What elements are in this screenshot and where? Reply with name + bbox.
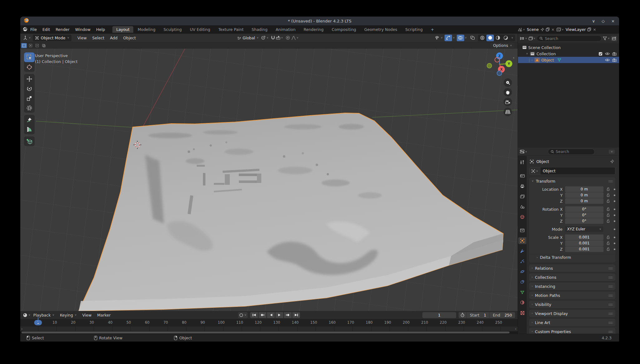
new-collection-button[interactable] xyxy=(611,36,617,41)
new-scene-icon[interactable] xyxy=(546,27,550,32)
lock-icon[interactable] xyxy=(606,213,611,217)
panel-relations[interactable]: ›Relations xyxy=(529,264,615,272)
overlays-dropdown[interactable]: ∨ xyxy=(465,37,467,39)
tool-select-box[interactable] xyxy=(24,52,35,62)
panel-grip-icon[interactable] xyxy=(608,294,613,297)
disable-render-camera-icon[interactable] xyxy=(612,58,617,62)
lock-icon[interactable] xyxy=(606,241,611,245)
hide-eye-icon[interactable] xyxy=(605,58,610,61)
tool-add-cube[interactable] xyxy=(24,136,35,146)
overlays-toggle[interactable] xyxy=(457,35,464,41)
select-mode-intersect-button[interactable] xyxy=(41,43,47,48)
animate-dot[interactable] xyxy=(614,237,615,238)
panel-grip-icon[interactable] xyxy=(608,331,613,333)
timeline-scrollbar-thumb[interactable] xyxy=(22,332,510,333)
properties-search-input[interactable] xyxy=(556,149,592,154)
panel-motion-paths[interactable]: ›Motion Paths xyxy=(529,292,615,299)
outliner-row-collection[interactable]: ∨ Collection xyxy=(518,51,619,57)
falloff-dropdown[interactable]: ∨ xyxy=(291,36,299,40)
camera-view-button[interactable] xyxy=(504,98,512,106)
frame-start-field[interactable]: Start1 xyxy=(467,313,490,317)
object-id-dropdown[interactable]: ∨ xyxy=(529,167,540,175)
hide-eye-icon[interactable] xyxy=(605,52,610,55)
current-frame-field[interactable]: 1 xyxy=(422,312,456,318)
panel-grip-icon[interactable] xyxy=(608,322,613,324)
panel-grip-icon[interactable] xyxy=(608,285,613,288)
next-keyframe-button[interactable] xyxy=(284,312,292,318)
tab-collection[interactable] xyxy=(518,227,526,234)
pivot-point-dropdown[interactable]: ∨ xyxy=(261,36,268,40)
tab-particles[interactable] xyxy=(518,258,526,265)
menu-window[interactable]: Window xyxy=(72,25,93,34)
rotation-mode-dropdown[interactable]: XYZ Euler∨ xyxy=(565,226,603,232)
tool-transform[interactable] xyxy=(24,103,35,113)
frame-end-field[interactable]: End250 xyxy=(490,313,515,317)
outliner-row-object[interactable]: | › Object xyxy=(518,57,619,63)
proportional-edit-icon[interactable] xyxy=(286,36,290,40)
pin-icon[interactable] xyxy=(540,28,544,32)
tab-render[interactable] xyxy=(518,172,526,179)
menu-edit[interactable]: Edit xyxy=(40,25,53,34)
viewlayer-name[interactable]: ViewLayer xyxy=(566,27,586,32)
auto-keying-dropdown[interactable]: ∨ xyxy=(244,314,247,316)
timeline-editor-type-button[interactable]: ∨ xyxy=(23,313,31,317)
orientation-dropdown[interactable]: Global ∨ xyxy=(237,36,258,40)
snap-settings-dropdown[interactable]: ∨ xyxy=(276,36,283,40)
prop-value-field[interactable]: 0 m xyxy=(565,198,603,204)
animate-dot[interactable] xyxy=(614,189,615,190)
close-icon[interactable]: × xyxy=(611,19,615,23)
prop-value-field[interactable]: 0 m xyxy=(565,186,603,192)
lock-icon[interactable] xyxy=(606,207,611,211)
shading-solid-button[interactable] xyxy=(486,35,494,41)
panel-grip-icon[interactable] xyxy=(608,180,613,182)
scene-selector[interactable]: Scene × xyxy=(526,27,556,33)
panel-grip-icon[interactable] xyxy=(608,267,613,269)
select-mode-subtract-button[interactable] xyxy=(34,43,40,48)
tool-rotate[interactable] xyxy=(24,84,35,93)
menu-marker[interactable]: Marker xyxy=(94,313,113,317)
shading-dropdown[interactable]: ∨ xyxy=(510,37,514,39)
tool-move[interactable] xyxy=(24,74,35,84)
maximize-icon[interactable]: ◇ xyxy=(602,19,605,23)
gizmo-axis-y[interactable]: Y xyxy=(505,60,512,67)
tab-geometry-nodes[interactable]: Geometry Nodes xyxy=(361,26,401,33)
tab-world[interactable] xyxy=(518,214,526,220)
menu-add[interactable]: Add xyxy=(107,36,120,40)
menu-view[interactable]: View xyxy=(75,36,90,40)
tool-annotate[interactable] xyxy=(24,115,35,125)
properties-options-dropdown[interactable]: ∨ xyxy=(609,150,615,154)
expand-chevron-icon[interactable]: › xyxy=(531,58,533,61)
prop-value-field[interactable]: 0 m xyxy=(565,192,603,198)
tab-output[interactable] xyxy=(518,183,526,189)
breadcrumb-object[interactable]: Object xyxy=(536,159,549,164)
minimize-icon[interactable]: ∨ xyxy=(592,19,595,23)
outliner-search[interactable] xyxy=(537,35,602,42)
auto-keying-toggle[interactable] xyxy=(239,313,243,317)
lock-icon[interactable] xyxy=(606,199,611,203)
lock-icon[interactable] xyxy=(606,247,611,251)
viewlayer-selector[interactable]: ViewLayer × xyxy=(564,27,598,33)
unlink-scene-icon[interactable]: × xyxy=(551,27,554,32)
add-workspace-button[interactable]: + xyxy=(427,26,438,33)
toggle-ortho-button[interactable] xyxy=(504,108,512,116)
tool-cursor[interactable] xyxy=(24,62,35,72)
outliner-display-mode-dropdown[interactable]: ∨ xyxy=(520,37,527,41)
pin-id-icon[interactable] xyxy=(610,160,614,164)
checkbox-icon[interactable] xyxy=(598,52,603,56)
animate-dot[interactable] xyxy=(614,194,615,196)
zoom-button[interactable] xyxy=(504,78,512,87)
menu-help[interactable]: Help xyxy=(93,25,108,34)
tab-layout[interactable]: Layout xyxy=(112,26,133,33)
lock-icon[interactable] xyxy=(606,187,611,191)
panel-visibility[interactable]: ›Visibility xyxy=(529,301,615,308)
navigation-gizmo[interactable]: Z Y X xyxy=(485,51,514,80)
new-viewlayer-icon[interactable] xyxy=(587,27,591,32)
menu-render[interactable]: Render xyxy=(53,25,72,34)
tool-scale[interactable] xyxy=(24,93,35,103)
jump-to-start-button[interactable] xyxy=(250,312,258,318)
scene-icon[interactable] xyxy=(517,27,522,32)
tab-object-data[interactable] xyxy=(518,289,526,296)
remove-viewlayer-icon[interactable]: × xyxy=(593,27,596,32)
tab-physics[interactable] xyxy=(518,268,526,275)
outliner-filter-funnel-dropdown[interactable]: ∨ xyxy=(603,37,610,40)
